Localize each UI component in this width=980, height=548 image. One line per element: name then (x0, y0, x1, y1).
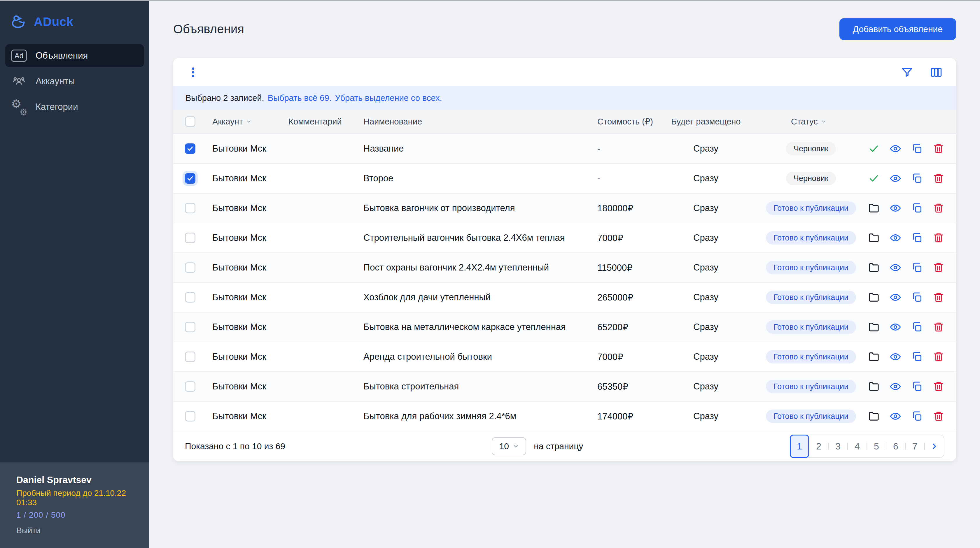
archive-folder-button[interactable] (868, 202, 880, 214)
sidebar-item-categories[interactable]: ⚙⚙ Категории (5, 95, 144, 118)
copy-button[interactable] (911, 202, 923, 214)
delete-button[interactable] (933, 202, 944, 214)
add-ad-button[interactable]: Добавить объявление (839, 18, 956, 40)
archive-folder-button[interactable] (868, 262, 880, 273)
folder-icon (868, 232, 880, 244)
archive-folder-button[interactable] (868, 410, 880, 422)
copy-icon (911, 321, 923, 333)
eye-icon (889, 291, 901, 303)
select-all-checkbox[interactable] (185, 116, 196, 127)
delete-button[interactable] (933, 321, 944, 333)
row-checkbox[interactable] (185, 262, 196, 273)
copy-icon (911, 262, 923, 273)
archive-folder-button[interactable] (868, 381, 880, 392)
archive-folder-button[interactable] (868, 321, 880, 333)
archive-folder-button[interactable] (868, 291, 880, 303)
next-page-button[interactable] (924, 435, 944, 457)
cell-placement: Сразу (671, 411, 764, 421)
delete-button[interactable] (933, 381, 944, 392)
copy-button[interactable] (911, 381, 923, 392)
publish-check-button[interactable] (868, 143, 880, 154)
page-button[interactable]: 4 (848, 435, 867, 457)
copy-icon (911, 351, 923, 363)
archive-folder-button[interactable] (868, 232, 880, 244)
select-all-link[interactable]: Выбрать всё 69. (268, 93, 332, 103)
page-size-select[interactable]: 10 (492, 437, 526, 455)
view-button[interactable] (889, 321, 901, 333)
copy-button[interactable] (911, 143, 923, 154)
cell-placement: Сразу (671, 322, 764, 332)
cell-account: Бытовки Мск (212, 381, 288, 392)
copy-button[interactable] (911, 262, 923, 273)
page-button[interactable]: 1 (790, 435, 809, 458)
sidebar-item-accounts[interactable]: Аккаунты (5, 70, 144, 93)
delete-button[interactable] (933, 351, 944, 363)
row-checkbox[interactable] (185, 411, 196, 421)
row-checkbox[interactable] (185, 322, 196, 332)
cell-price: 115000₽ (597, 262, 671, 273)
cell-price: 65350₽ (597, 381, 671, 392)
view-button[interactable] (889, 202, 901, 214)
copy-button[interactable] (911, 321, 923, 333)
copy-button[interactable] (911, 173, 923, 184)
row-checkbox[interactable] (185, 351, 196, 362)
cell-placement: Сразу (671, 351, 764, 362)
kebab-menu-button[interactable] (187, 66, 199, 79)
logout-link[interactable]: Выйти (16, 526, 141, 535)
row-checkbox[interactable] (185, 292, 196, 303)
view-button[interactable] (889, 410, 901, 422)
cell-placement: Сразу (671, 203, 764, 213)
trash-icon (933, 291, 944, 303)
view-button[interactable] (889, 262, 901, 273)
view-button[interactable] (889, 351, 901, 363)
archive-folder-button[interactable] (868, 351, 880, 363)
status-badge: Готово к публикации (766, 231, 856, 245)
copy-button[interactable] (911, 291, 923, 303)
status-badge: Готово к публикации (766, 410, 856, 423)
cell-price: 7000₽ (597, 233, 671, 243)
view-button[interactable] (889, 173, 901, 184)
folder-icon (868, 381, 880, 392)
copy-button[interactable] (911, 232, 923, 244)
clear-selection-link[interactable]: Убрать выделение со всех. (335, 93, 442, 103)
cell-account: Бытовки Мск (212, 292, 288, 303)
eye-icon (889, 410, 901, 422)
sidebar-item-ads[interactable]: Ad Объявления (5, 44, 144, 67)
copy-button[interactable] (911, 410, 923, 422)
delete-button[interactable] (933, 143, 944, 154)
view-button[interactable] (889, 232, 901, 244)
page-size-value: 10 (500, 441, 509, 451)
table-row: Бытовки Мск Пост охраны вагончик 2.4Х2.4… (173, 253, 956, 283)
copy-icon (911, 232, 923, 244)
page-button[interactable]: 7 (905, 435, 924, 457)
delete-button[interactable] (933, 173, 944, 184)
copy-icon (911, 173, 923, 184)
row-checkbox[interactable] (185, 143, 196, 154)
columns-button[interactable] (930, 66, 943, 79)
page-button[interactable]: 6 (886, 435, 905, 457)
row-checkbox[interactable] (185, 233, 196, 243)
delete-button[interactable] (933, 232, 944, 244)
page-button[interactable]: 3 (828, 435, 848, 457)
row-checkbox[interactable] (185, 203, 196, 213)
eye-icon (889, 202, 901, 214)
page-button[interactable]: 5 (867, 435, 886, 457)
page-button[interactable]: 2 (809, 435, 828, 457)
ads-table-card: Выбрано 2 записей. Выбрать всё 69. Убрат… (173, 58, 956, 461)
row-checkbox[interactable] (185, 173, 196, 184)
view-button[interactable] (889, 381, 901, 392)
filter-button[interactable] (900, 66, 913, 79)
delete-button[interactable] (933, 410, 944, 422)
delete-button[interactable] (933, 291, 944, 303)
view-button[interactable] (889, 291, 901, 303)
publish-check-button[interactable] (868, 173, 880, 184)
column-header-status[interactable]: Статус (764, 117, 858, 127)
trial-period-text: Пробный период до 21.10.22 01:33 (16, 489, 141, 507)
copy-button[interactable] (911, 351, 923, 363)
column-header-account[interactable]: Аккаунт (212, 117, 288, 127)
view-button[interactable] (889, 143, 901, 154)
row-checkbox[interactable] (185, 381, 196, 392)
selection-count: Выбрано 2 записей. (186, 93, 264, 103)
delete-button[interactable] (933, 262, 944, 273)
cell-name: Название (363, 143, 597, 154)
